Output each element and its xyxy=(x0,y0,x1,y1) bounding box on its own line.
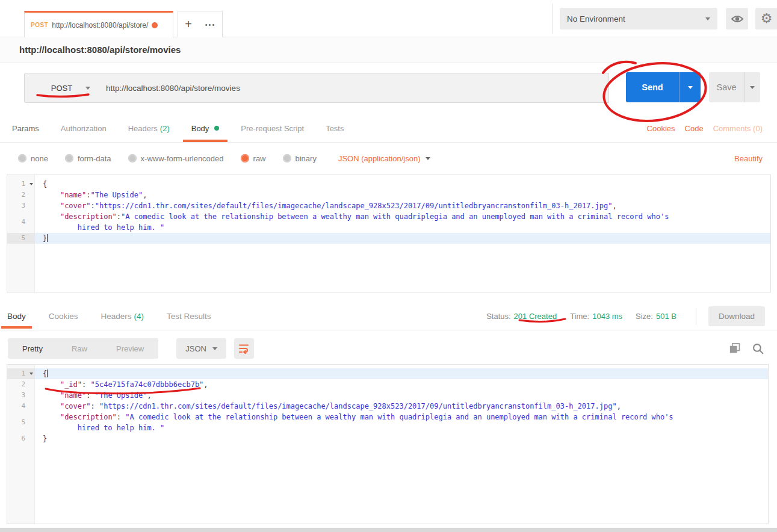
code-text[interactable]: "description":"A comedic look at the rel… xyxy=(35,211,770,233)
send-button[interactable]: Send xyxy=(626,72,701,102)
response-tab-body[interactable]: Body xyxy=(7,312,26,321)
comments-link[interactable]: Comments (0) xyxy=(713,124,763,133)
mode-binary[interactable]: binary xyxy=(283,154,317,163)
view-raw-tab[interactable]: Raw xyxy=(57,344,102,353)
response-actions xyxy=(729,343,764,354)
code-line[interactable]: 2 "_id": "5c4e715fa74c07dbbb6ecb7b", xyxy=(7,379,768,390)
gear-icon: ⚙ xyxy=(761,12,773,25)
line-number: 4 xyxy=(7,401,35,412)
horizontal-scrollbar[interactable] xyxy=(0,528,777,532)
environment-select[interactable]: No Environment xyxy=(560,8,717,29)
code-text[interactable]: { xyxy=(35,368,768,379)
text-cursor xyxy=(47,370,48,377)
cookies-link[interactable]: Cookies xyxy=(647,124,675,133)
new-tab-button[interactable]: + xyxy=(178,11,199,37)
line-number: 2 xyxy=(7,190,35,200)
response-tab-headers[interactable]: Headers(4) xyxy=(101,312,144,321)
response-body-editor[interactable]: 1{2 "_id": "5c4e715fa74c07dbbb6ecb7b",3 … xyxy=(7,364,769,524)
tab-method-label: POST xyxy=(31,22,48,28)
request-builder: POST http://localhost:8080/api/store/mov… xyxy=(0,63,777,114)
response-format-select[interactable]: JSON xyxy=(176,338,226,359)
code-text[interactable]: { xyxy=(35,179,770,190)
wrap-text-icon xyxy=(238,343,249,354)
request-tab-open[interactable]: POST http://localhost:8080/api/store/ xyxy=(24,11,173,37)
code-line[interactable]: 2 "name":"The Upside", xyxy=(7,190,770,200)
code-line[interactable]: 5 "description": "A comedic look at the … xyxy=(7,412,768,433)
line-number: 3 xyxy=(7,200,35,211)
code-link[interactable]: Code xyxy=(685,124,704,133)
mode-none[interactable]: none xyxy=(18,154,48,163)
code-text[interactable]: "name": "The Upside", xyxy=(35,390,768,401)
mode-x-www-form-urlencoded[interactable]: x-www-form-urlencoded xyxy=(128,154,224,163)
code-line[interactable]: 6} xyxy=(7,433,768,444)
save-button-label[interactable]: Save xyxy=(709,72,744,102)
response-tab-test-results[interactable]: Test Results xyxy=(167,312,211,321)
code-text[interactable]: "cover":"https://cdn1.thr.com/sites/defa… xyxy=(35,200,770,211)
body-dot-icon xyxy=(214,126,219,131)
content-type-select[interactable]: JSON (application/json) xyxy=(338,154,431,163)
environment-quicklook-button[interactable] xyxy=(726,8,748,29)
meta-divider xyxy=(696,308,696,325)
mode-form-data[interactable]: form-data xyxy=(65,154,111,163)
tab-body[interactable]: Body xyxy=(191,124,220,133)
tab-headers[interactable]: Headers(2) xyxy=(128,124,170,133)
method-select[interactable]: POST xyxy=(24,73,99,103)
tab-tests[interactable]: Tests xyxy=(326,124,344,133)
code-line[interactable]: 3 "cover":"https://cdn1.thr.com/sites/de… xyxy=(7,200,770,211)
code-line[interactable]: 5} xyxy=(7,233,770,244)
line-number: 1 xyxy=(7,179,35,190)
download-button[interactable]: Download xyxy=(708,306,765,326)
request-tabs: Params Authorization Headers(2) Body Pre… xyxy=(0,114,777,143)
fold-caret-icon[interactable] xyxy=(27,373,35,375)
url-input-value: http://localhost:8080/api/store/movies xyxy=(106,84,240,93)
settings-button[interactable]: ⚙ xyxy=(755,8,777,29)
unsaved-dot-icon xyxy=(152,22,158,28)
chevron-down-icon xyxy=(688,86,693,89)
send-button-label[interactable]: Send xyxy=(626,72,679,102)
code-text[interactable]: } xyxy=(35,233,770,244)
code-line[interactable]: 3 "name": "The Upside", xyxy=(7,390,768,401)
code-text[interactable]: "description": "A comedic look at the re… xyxy=(35,412,768,433)
save-button[interactable]: Save xyxy=(709,72,760,102)
tab-pre-request-script[interactable]: Pre-request Script xyxy=(241,124,304,133)
code-text[interactable]: "cover": "https://cdn1.thr.com/sites/def… xyxy=(35,401,768,412)
chevron-down-icon xyxy=(705,17,710,20)
response-view-toolbar: Pretty Raw Preview JSON xyxy=(0,335,777,362)
method-select-value: POST xyxy=(51,84,72,93)
chevron-down-icon xyxy=(750,86,755,89)
request-body-editor[interactable]: 1{2 "name":"The Upside",3 "cover":"https… xyxy=(7,175,771,292)
code-line[interactable]: 4 "cover": "https://cdn1.thr.com/sites/d… xyxy=(7,401,768,412)
line-number: 3 xyxy=(7,390,35,401)
beautify-link[interactable]: Beautify xyxy=(734,154,763,163)
search-icon[interactable] xyxy=(752,343,764,354)
time-label: Time: xyxy=(570,312,589,321)
view-pretty-tab[interactable]: Pretty xyxy=(8,344,57,353)
response-tab-cookies[interactable]: Cookies xyxy=(49,312,78,321)
code-text[interactable]: "name":"The Upside", xyxy=(35,190,770,200)
line-number: 2 xyxy=(7,379,35,390)
view-preview-tab[interactable]: Preview xyxy=(102,344,158,353)
copy-icon[interactable] xyxy=(729,343,740,354)
tab-params[interactable]: Params xyxy=(12,124,39,133)
radio-icon xyxy=(128,154,137,162)
code-text[interactable]: "_id": "5c4e715fa74c07dbbb6ecb7b", xyxy=(35,379,768,390)
url-input[interactable]: http://localhost:8080/api/store/movies xyxy=(99,73,609,103)
headers-count-badge: (2) xyxy=(160,124,170,133)
line-number: 5 xyxy=(7,233,35,244)
status-badge: 201 Created xyxy=(514,312,557,321)
app-header: POST http://localhost:8080/api/store/ + … xyxy=(0,0,777,37)
tab-authorization[interactable]: Authorization xyxy=(61,124,107,133)
mode-raw[interactable]: raw xyxy=(241,154,266,163)
line-number: 5 xyxy=(7,412,35,433)
tab-options-button[interactable]: ••• xyxy=(199,11,223,37)
code-text[interactable]: } xyxy=(35,433,768,444)
save-options-button[interactable] xyxy=(744,72,760,102)
code-line[interactable]: 1{ xyxy=(7,179,770,190)
code-line[interactable]: 4 "description":"A comedic look at the r… xyxy=(7,211,770,233)
wrap-lines-button[interactable] xyxy=(234,338,254,359)
send-options-button[interactable] xyxy=(679,72,701,102)
code-line[interactable]: 1{ xyxy=(7,368,768,379)
line-number: 4 xyxy=(7,211,35,233)
environment-select-value: No Environment xyxy=(567,14,625,23)
fold-caret-icon[interactable] xyxy=(27,183,35,185)
